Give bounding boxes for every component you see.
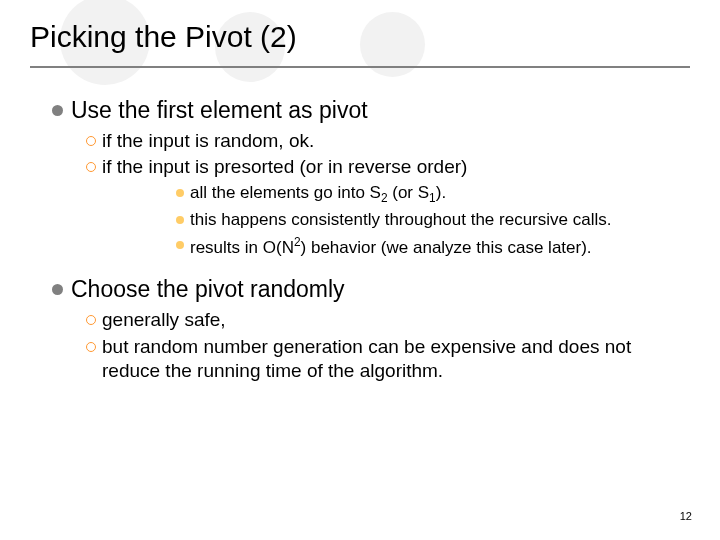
page-number: 12 [680, 510, 692, 522]
list-text: results in O(N2) behavior (we analyze th… [190, 234, 592, 260]
list-text: but random number generation can be expe… [102, 335, 690, 384]
bullet-dot-icon [176, 216, 184, 224]
bullet-ring-icon [86, 162, 96, 172]
list-item-level2: if the input is presorted (or in reverse… [86, 155, 690, 180]
bullet-ring-icon [86, 342, 96, 352]
bullet-dot-icon [176, 189, 184, 197]
list-text: this happens consistently throughout the… [190, 209, 611, 232]
bullet-ring-icon [86, 136, 96, 146]
slide-content: Picking the Pivot (2) Use the first elem… [0, 0, 720, 384]
list-item-level3: this happens consistently throughout the… [176, 209, 690, 232]
list-text: Choose the pivot randomly [71, 275, 345, 304]
slide-title: Picking the Pivot (2) [30, 20, 690, 68]
list-text: generally safe, [102, 308, 226, 333]
list-text: all the elements go into S2 (or S1). [190, 182, 446, 206]
bullet-disc-icon [52, 284, 63, 295]
list-item-level1: Choose the pivot randomly [52, 275, 690, 304]
list-text: if the input is presorted (or in reverse… [102, 155, 467, 180]
list-item-level2: generally safe, [86, 308, 690, 333]
list-item-level2: if the input is random, ok. [86, 129, 690, 154]
list-text: if the input is random, ok. [102, 129, 314, 154]
list-item-level2: but random number generation can be expe… [86, 335, 690, 384]
slide-body: Use the first element as pivotif the inp… [30, 96, 690, 384]
bullet-dot-icon [176, 241, 184, 249]
bullet-disc-icon [52, 105, 63, 116]
list-item-level3: results in O(N2) behavior (we analyze th… [176, 234, 690, 260]
list-text: Use the first element as pivot [71, 96, 368, 125]
bullet-ring-icon [86, 315, 96, 325]
list-item-level3: all the elements go into S2 (or S1). [176, 182, 690, 206]
list-item-level1: Use the first element as pivot [52, 96, 690, 125]
